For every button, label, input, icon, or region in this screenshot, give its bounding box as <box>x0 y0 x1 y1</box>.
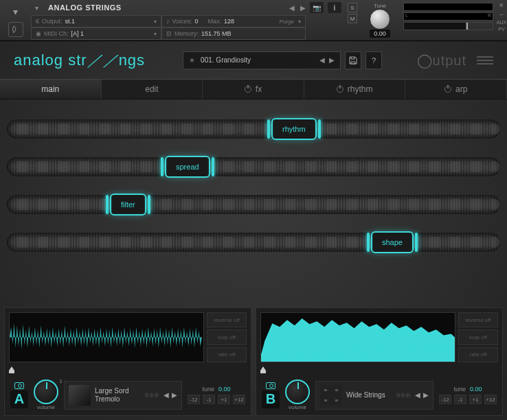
favorite-icon[interactable]: ★ <box>189 56 195 64</box>
macro-rhythm-slider[interactable]: rhythm <box>271 118 317 140</box>
prev-sound-b-icon[interactable]: ◀ <box>415 391 420 399</box>
sound-thumb-b <box>320 385 342 406</box>
purge-menu[interactable]: Purge <box>280 19 294 25</box>
tune-minus1-a[interactable]: -1 <box>203 395 215 404</box>
layer-a-power[interactable] <box>14 382 24 389</box>
tune-value[interactable]: 0.00 <box>370 30 390 38</box>
volume-slider[interactable] <box>403 22 493 30</box>
sound-thumb-a <box>69 385 91 406</box>
kontakt-header: ▾ ▾ ANALOG STRINGS ◀ ▶ 📷 i € Output: st.… <box>0 0 507 41</box>
instrument-name[interactable]: ANALOG STRINGS <box>43 3 285 12</box>
aux-label[interactable]: AUX <box>497 20 506 25</box>
tab-arp[interactable]: arp <box>405 80 507 99</box>
instrument-icon[interactable] <box>8 22 23 37</box>
save-button[interactable] <box>345 51 361 69</box>
pan-slider[interactable]: L R <box>403 12 493 21</box>
tab-bar: main edit fx rhythm arp <box>0 79 507 100</box>
waveform-icon: ⊪⊪⊪ <box>396 392 411 399</box>
snapshot-icon[interactable]: 📷 <box>310 2 324 13</box>
menu-icon[interactable] <box>477 54 493 67</box>
reverse-button-a[interactable]: reverse off <box>207 312 247 327</box>
tune-value-b[interactable]: 0.00 <box>470 386 482 393</box>
waveform-a[interactable] <box>9 312 204 362</box>
next-sound-b-icon[interactable]: ▶ <box>423 391 429 399</box>
minimize-icon[interactable]: – <box>499 11 503 18</box>
layer-a-label: A <box>10 390 28 408</box>
macro-shape-slider[interactable]: shape <box>371 231 414 253</box>
sound-selector-a[interactable]: Large Sord Tremolo ⊪⊪⊪ ◀ ▶ <box>64 381 182 410</box>
prev-sound-a-icon[interactable]: ◀ <box>164 391 169 399</box>
tune-minus1-b[interactable]: -1 <box>454 395 466 404</box>
layer-b-power[interactable] <box>266 382 275 389</box>
layer-b-label: B <box>262 390 280 408</box>
pv-label[interactable]: PV <box>498 27 504 32</box>
tab-fx[interactable]: fx <box>203 80 304 99</box>
layer-b: reverse off loop off rate off B volume W… <box>256 307 503 416</box>
collapse-icon[interactable]: ▾ <box>8 4 23 19</box>
tab-main[interactable]: main <box>0 80 102 99</box>
tune-knob[interactable] <box>370 9 390 30</box>
tune-value-a[interactable]: 0.00 <box>218 386 231 393</box>
mute-button[interactable]: M <box>348 14 357 23</box>
output-selector[interactable]: € Output: st.1 ▾ <box>31 15 161 27</box>
plugin-body: analog str／／ngs ★ 001. Grandiosity ◀ ▶ ?… <box>0 41 507 420</box>
layer-a: reverse off loop off rate off A 1 volume <box>4 307 251 416</box>
tune-minus12-b[interactable]: -12 <box>439 395 451 404</box>
help-button[interactable]: ? <box>365 51 382 69</box>
macro-filter-slider[interactable]: filter <box>110 194 146 215</box>
product-logo: analog str／／ngs <box>14 50 145 71</box>
tune-plus12-b[interactable]: +12 <box>484 395 497 404</box>
prev-preset-icon[interactable]: ◀ <box>319 56 325 64</box>
sound-selector-b[interactable]: Wide Strings ⊪⊪⊪ ◀ ▶ <box>315 381 433 410</box>
preset-name: 001. Grandiosity <box>201 56 251 64</box>
tune-plus12-a[interactable]: +12 <box>233 395 245 404</box>
macro-area: rhythm spread filter shape <box>0 100 507 268</box>
power-icon <box>444 86 451 93</box>
next-sound-a-icon[interactable]: ▶ <box>172 391 177 399</box>
tab-rhythm[interactable]: rhythm <box>304 80 406 99</box>
level-meter <box>403 3 493 11</box>
tune-label: Tune <box>374 3 386 9</box>
next-preset-icon[interactable]: ▶ <box>329 56 335 64</box>
reverse-button-b[interactable]: reverse off <box>458 312 498 327</box>
macro-spread-slider[interactable]: spread <box>165 156 210 178</box>
tab-edit[interactable]: edit <box>102 80 203 99</box>
start-marker-b[interactable] <box>260 366 266 373</box>
prev-instrument-icon[interactable]: ◀ <box>289 4 295 12</box>
start-marker-a[interactable] <box>9 366 14 373</box>
loop-button-b[interactable]: loop off <box>458 329 498 345</box>
midi-channel-selector[interactable]: ◉ MIDI Ch: [A] 1 ▾ <box>31 27 161 40</box>
power-icon <box>337 86 343 93</box>
info-icon[interactable]: i <box>328 2 341 13</box>
rate-button-a[interactable]: rate off <box>207 347 247 362</box>
waveform-b[interactable] <box>260 312 455 362</box>
tune-minus12-a[interactable]: -12 <box>188 395 200 404</box>
preset-selector[interactable]: ★ 001. Grandiosity ◀ ▶ <box>183 51 341 69</box>
output-logo: ◯utput <box>417 52 466 69</box>
close-icon[interactable]: ✕ <box>499 2 504 9</box>
rate-button-b[interactable]: rate off <box>458 347 498 362</box>
voices-display: ♪ Voices: 0 Max: 128 Purge ▾ <box>161 15 306 27</box>
tune-plus1-b[interactable]: +1 <box>469 395 482 404</box>
memory-display: ⊟ Memory: 151.75 MB <box>161 27 306 40</box>
tune-plus1-a[interactable]: +1 <box>218 395 230 404</box>
next-instrument-icon[interactable]: ▶ <box>300 4 306 12</box>
waveform-icon: ⊪⊪⊪ <box>145 392 159 399</box>
solo-button[interactable]: S <box>348 3 357 12</box>
loop-button-a[interactable]: loop off <box>207 329 247 345</box>
volume-knob-b[interactable] <box>285 380 310 404</box>
power-icon <box>245 86 251 93</box>
volume-knob-a[interactable] <box>34 380 58 404</box>
